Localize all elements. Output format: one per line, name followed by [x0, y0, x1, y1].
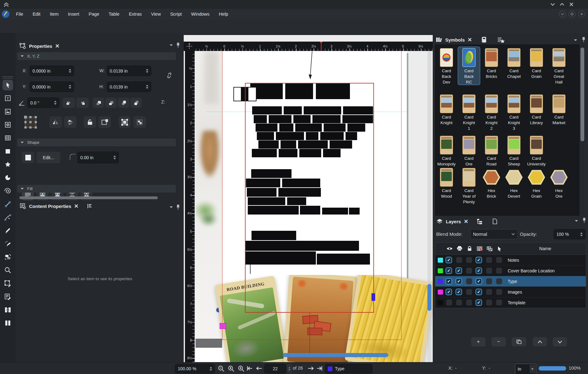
symbol-item[interactable]: Hex Brick	[481, 167, 502, 199]
symbols-pin-icon[interactable]	[582, 37, 586, 43]
properties-scrollbar[interactable]	[19, 196, 158, 199]
symbol-item[interactable]: Card Back RC	[458, 47, 480, 85]
add-layer-button[interactable]: +	[471, 337, 486, 346]
bezier-tool-icon[interactable]	[2, 212, 13, 223]
lock-size-button[interactable]	[98, 116, 111, 128]
layer-checkbox[interactable]	[496, 278, 502, 284]
content-collapse-icon[interactable]	[169, 206, 173, 209]
first-page-icon[interactable]	[246, 365, 253, 371]
symbol-item[interactable]: Card Chapel	[503, 47, 525, 79]
menubar-minimize-icon[interactable]	[559, 11, 566, 18]
render-frame-tool-icon[interactable]	[2, 119, 13, 130]
menu-item[interactable]: Windows	[187, 12, 214, 17]
symbol-item[interactable]: Card Ore	[458, 134, 480, 167]
layer-checkbox[interactable]	[466, 289, 472, 295]
previous-page-icon[interactable]	[256, 365, 262, 371]
zoom-default-icon[interactable]	[227, 365, 235, 372]
page-spinner[interactable]	[287, 364, 292, 373]
menu-item[interactable]: Insert	[63, 12, 84, 17]
layer-checkbox[interactable]	[466, 257, 472, 263]
maximize-button[interactable]	[559, 2, 565, 7]
edit-contents-tool-icon[interactable]	[2, 278, 13, 289]
layer-row[interactable]: ✓✓✓Cover Barcode Location	[435, 265, 586, 276]
table-tool-icon[interactable]	[2, 133, 13, 143]
symbol-item[interactable]: Card Grain	[526, 47, 547, 79]
text-frame-tool-icon[interactable]: T	[2, 93, 13, 104]
flip-horizontal-button[interactable]	[49, 116, 62, 128]
page-number-input[interactable]: 22	[264, 364, 286, 373]
minimize-button[interactable]	[550, 2, 556, 7]
symbol-item[interactable]: Card Knight 3	[503, 93, 525, 131]
zoom-out-icon[interactable]	[217, 365, 225, 372]
properties-pin-icon[interactable]	[176, 43, 180, 48]
layer-color-swatch[interactable]	[438, 290, 443, 295]
layer-checkbox[interactable]: ✓	[456, 268, 461, 273]
h-input[interactable]: 0.0139 in	[107, 82, 151, 92]
toolbox-handle[interactable]	[2, 78, 13, 78]
layer-checkbox[interactable]: ✓	[446, 268, 451, 273]
symbol-item[interactable]: Card Bricks	[481, 47, 502, 79]
unlink-frames-tool-icon[interactable]	[2, 318, 13, 328]
symbol-item[interactable]: Card Knight 1	[458, 93, 480, 131]
menu-item[interactable]: Table	[104, 12, 124, 17]
rotate-tool-icon[interactable]	[2, 252, 13, 262]
layer-row[interactable]: ✓✓✓Type	[435, 276, 586, 287]
close-icon[interactable]: ✕	[464, 219, 468, 224]
zoom-in-icon[interactable]	[237, 365, 245, 372]
layer-page-icon[interactable]	[492, 218, 498, 225]
symbol-item[interactable]: Card Knight 2	[481, 93, 502, 131]
menu-item[interactable]: Item	[45, 12, 63, 17]
menu-item[interactable]: Script	[166, 12, 187, 17]
layer-checkbox[interactable]	[466, 278, 472, 284]
menu-item[interactable]: Help	[214, 12, 233, 17]
duplicate-layer-button[interactable]	[512, 337, 526, 346]
unit-select[interactable]: in	[515, 364, 536, 374]
shape-tool-icon[interactable]	[2, 146, 13, 157]
layer-checkbox[interactable]: ✓	[446, 279, 451, 284]
layer-checkbox[interactable]	[486, 268, 492, 274]
ungroup-button[interactable]	[133, 116, 146, 128]
polygon-tool-icon[interactable]	[2, 159, 13, 170]
horizontal-ruler[interactable]: ½0½11½22½33½44½55½	[195, 42, 433, 51]
symbol-item[interactable]: Card Wood	[436, 167, 457, 199]
opacity-input[interactable]: 100 %	[554, 229, 586, 239]
layer-checkbox[interactable]	[456, 300, 462, 306]
layer-color-swatch[interactable]	[438, 258, 443, 263]
vertical-ruler[interactable]: ½11½22½33½44½55½66½77½88½	[185, 51, 195, 362]
image-frame-tool-icon[interactable]	[2, 106, 13, 117]
menu-item[interactable]: View	[146, 12, 165, 17]
zoom-tool-icon[interactable]	[2, 265, 13, 275]
level-top-button[interactable]	[118, 98, 129, 108]
lower-layer-button[interactable]	[553, 337, 567, 346]
layer-checkbox[interactable]: ✓	[476, 300, 481, 305]
layer-checkbox[interactable]	[496, 268, 502, 274]
layer-checkbox[interactable]: ✓	[446, 257, 451, 263]
layer-checkbox[interactable]	[486, 289, 492, 295]
layer-checkbox[interactable]	[496, 300, 502, 306]
story-editor-tool-icon[interactable]	[2, 291, 13, 302]
symbol-item[interactable]: Card Road	[481, 134, 502, 167]
remove-layer-button[interactable]: −	[491, 337, 506, 346]
menu-item[interactable]: Extras	[124, 12, 146, 17]
toolbox-handle[interactable]	[2, 76, 13, 77]
rotate-cw-button[interactable]	[76, 98, 89, 108]
link-wh-chain-icon[interactable]	[166, 71, 173, 79]
layer-checkbox[interactable]: ✓	[476, 257, 481, 263]
blend-mode-select[interactable]: Normal	[470, 229, 518, 239]
content-flow-icon[interactable]	[87, 203, 93, 209]
favorites-icon[interactable]	[497, 37, 505, 43]
layer-checkbox[interactable]: ✓	[456, 289, 461, 295]
symbol-item[interactable]: Card University	[526, 134, 547, 167]
close-icon[interactable]: ✕	[74, 204, 78, 209]
level-up-button[interactable]	[93, 98, 104, 108]
anchor-point-selector[interactable]	[23, 114, 38, 130]
rotate-ccw-button[interactable]	[62, 98, 75, 108]
section-shape[interactable]: Shape	[17, 139, 176, 146]
close-icon[interactable]: ✕	[468, 37, 472, 43]
layer-color-swatch[interactable]	[438, 279, 443, 284]
canvas-vscrollbar-thumb[interactable]	[427, 284, 431, 311]
spiral-tool-icon[interactable]	[2, 185, 13, 196]
layer-row[interactable]: ✓✓✓Images	[435, 287, 586, 297]
layer-checkbox[interactable]	[446, 300, 452, 306]
layer-checkbox[interactable]: ✓	[456, 279, 461, 284]
